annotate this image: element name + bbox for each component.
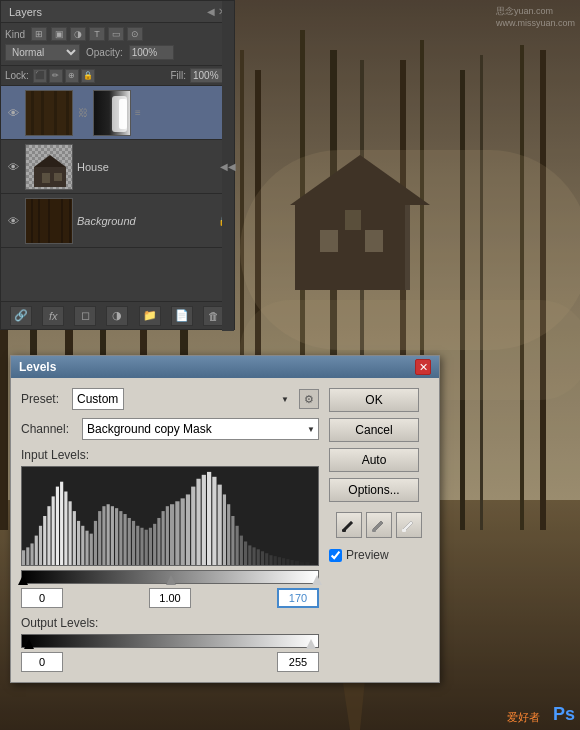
levels-dialog: Levels ✕ Preset: Custom ⚙ Channel: (10, 355, 440, 683)
svg-rect-110 (278, 557, 281, 565)
layer-eye-house[interactable]: 👁 (5, 159, 21, 175)
gamma-handle[interactable] (166, 575, 176, 585)
svg-rect-52 (22, 550, 25, 565)
white-point-handle[interactable] (312, 575, 322, 585)
lock-all-btn[interactable]: 🔒 (81, 69, 95, 83)
svg-rect-70 (98, 511, 101, 565)
svg-rect-93 (202, 475, 206, 565)
panel-collapse-arrows[interactable]: ◀◀ (222, 1, 234, 331)
link-layers-btn[interactable]: 🔗 (10, 306, 32, 326)
close-dialog-btn[interactable]: ✕ (415, 359, 431, 375)
collapse-icon-1[interactable]: ◀ (207, 6, 215, 17)
output-black-handle[interactable] (24, 639, 34, 649)
svg-rect-75 (119, 511, 122, 565)
gray-eyedropper-btn[interactable] (366, 512, 392, 538)
gray-eyedropper-icon (371, 517, 387, 533)
svg-rect-66 (81, 526, 84, 565)
adjustment-btn[interactable]: ◑ (106, 306, 128, 326)
layer-item-house[interactable]: 👁 House (1, 140, 234, 194)
svg-rect-97 (223, 494, 226, 565)
svg-rect-102 (244, 541, 247, 565)
input-slider[interactable] (21, 570, 319, 584)
levels-right: OK Cancel Auto Options... (329, 388, 429, 672)
svg-rect-43 (42, 173, 50, 183)
svg-rect-36 (119, 99, 127, 129)
svg-rect-67 (85, 531, 88, 565)
cancel-button[interactable]: Cancel (329, 418, 419, 442)
preset-row: Preset: Custom ⚙ (21, 388, 319, 410)
layer-mask-thumb (93, 90, 131, 136)
black-point-input[interactable] (21, 588, 63, 608)
lock-row: Lock: ⬛ ✏ ⊕ 🔒 Fill: (1, 66, 234, 86)
site-label: 爱好者 (507, 710, 540, 725)
svg-rect-87 (170, 504, 174, 565)
lock-pixels-btn[interactable]: ⬛ (33, 69, 47, 83)
layer-name-house: House (77, 161, 230, 173)
svg-rect-53 (26, 547, 29, 565)
new-layer-btn[interactable]: 📄 (171, 306, 193, 326)
layer-thumb-house-svg (26, 145, 73, 190)
output-white-handle[interactable] (306, 639, 316, 649)
svg-rect-51 (26, 199, 73, 244)
svg-rect-118 (342, 529, 346, 532)
adjust-filter-icon[interactable]: ◑ (70, 27, 86, 41)
ok-button[interactable]: OK (329, 388, 419, 412)
svg-rect-112 (286, 559, 289, 565)
filter-icon[interactable]: ⊞ (31, 27, 47, 41)
type-filter-icon[interactable]: T (89, 27, 105, 41)
layer-name-background: Background (77, 215, 214, 227)
svg-rect-104 (252, 547, 255, 565)
layers-mode-row: Normal Opacity: (5, 44, 230, 61)
preview-checkbox[interactable] (329, 549, 342, 562)
mask-btn[interactable]: ◻ (74, 306, 96, 326)
lock-position-btn[interactable]: ✏ (49, 69, 63, 83)
smart-filter-icon[interactable]: ⊙ (127, 27, 143, 41)
group-btn[interactable]: 📁 (139, 306, 161, 326)
fx-btn[interactable]: fx (42, 306, 64, 326)
watermark: 思念yuan.com www.missyuan.com (496, 5, 575, 28)
options-button[interactable]: Options... (329, 478, 419, 502)
preset-gear-btn[interactable]: ⚙ (299, 389, 319, 409)
opacity-input[interactable] (129, 45, 174, 60)
svg-rect-82 (149, 528, 152, 565)
output-slider[interactable] (21, 634, 319, 648)
black-point-handle[interactable] (18, 575, 28, 585)
svg-rect-99 (231, 516, 234, 565)
white-eyedropper-btn[interactable] (396, 512, 422, 538)
svg-rect-96 (218, 485, 222, 565)
pixel-filter-icon[interactable]: ▣ (51, 27, 67, 41)
svg-rect-74 (115, 508, 118, 565)
kind-label: Kind (5, 29, 25, 40)
svg-rect-113 (291, 560, 294, 565)
svg-rect-80 (140, 528, 143, 565)
output-black-input[interactable] (21, 652, 63, 672)
layer-more-icon[interactable]: ≡ (135, 107, 149, 118)
layer-item-background[interactable]: 👁 Background 🔒 (1, 194, 234, 248)
layer-eye-background[interactable]: 👁 (5, 213, 21, 229)
layer-eye-top[interactable]: 👁 (5, 105, 21, 121)
channel-dropdown[interactable]: Background copy Mask (82, 418, 319, 440)
layer-item-top[interactable]: 👁 ⛓ (1, 86, 234, 140)
svg-rect-115 (300, 562, 304, 565)
svg-rect-76 (123, 514, 126, 565)
output-white-input[interactable] (277, 652, 319, 672)
output-values-row (21, 652, 319, 672)
svg-rect-107 (265, 553, 268, 565)
preset-dropdown-wrapper: Custom (72, 388, 293, 410)
channel-label: Channel: (21, 422, 76, 436)
svg-rect-109 (274, 556, 277, 565)
blend-mode-dropdown[interactable]: Normal (5, 44, 80, 61)
layer-thumb-top (25, 90, 73, 136)
gamma-input[interactable] (149, 588, 191, 608)
svg-rect-105 (257, 549, 260, 565)
svg-rect-59 (52, 496, 55, 565)
preview-label: Preview (346, 548, 389, 562)
black-eyedropper-btn[interactable] (336, 512, 362, 538)
preset-dropdown[interactable]: Custom (72, 388, 124, 410)
auto-button[interactable]: Auto (329, 448, 419, 472)
shape-filter-icon[interactable]: ▭ (108, 27, 124, 41)
svg-rect-91 (191, 487, 195, 565)
lock-label: Lock: (5, 70, 29, 81)
white-point-input[interactable] (277, 588, 319, 608)
lock-artboard-btn[interactable]: ⊕ (65, 69, 79, 83)
